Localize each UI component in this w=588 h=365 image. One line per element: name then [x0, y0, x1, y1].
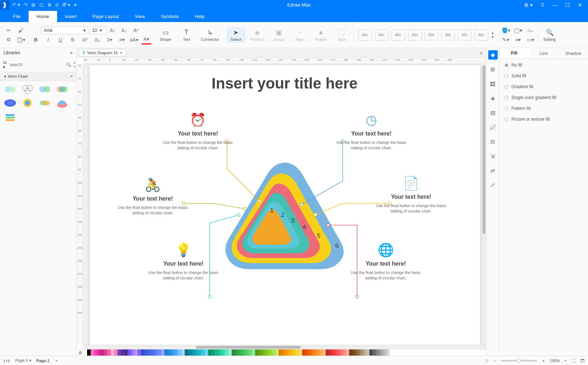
- page[interactable]: Insert your title here 1 2: [90, 65, 480, 345]
- venn-shape-1[interactable]: [2, 83, 18, 95]
- callout-3[interactable]: 💡 Your text here! Use the float button t…: [147, 242, 220, 281]
- color-swatch[interactable]: [306, 349, 309, 356]
- text-button[interactable]: TText: [177, 27, 196, 43]
- align-button[interactable]: ⫞Align: [291, 27, 309, 43]
- line-color-icon[interactable]: ✎▾: [501, 35, 511, 44]
- color-swatch[interactable]: [329, 349, 332, 356]
- italic-icon[interactable]: I: [43, 35, 53, 44]
- venn-shape-8[interactable]: [54, 97, 70, 109]
- line-spacing-icon[interactable]: ‡▾: [104, 35, 115, 44]
- quick-style-5[interactable]: Abc: [425, 30, 438, 40]
- color-swatch[interactable]: [138, 349, 141, 356]
- tab-page-layout[interactable]: Page Layout: [85, 11, 127, 22]
- add-page-icon[interactable]: ＋: [55, 358, 59, 363]
- styles-up-icon[interactable]: ▲: [491, 31, 494, 35]
- grid-tool-icon[interactable]: ⊞: [488, 65, 498, 74]
- page-title[interactable]: Insert your title here: [90, 65, 480, 92]
- superscript-icon[interactable]: X²: [80, 35, 90, 44]
- color-swatch[interactable]: [91, 349, 94, 356]
- tab-insert[interactable]: Insert: [57, 11, 85, 22]
- color-swatch[interactable]: [131, 349, 134, 356]
- position-button[interactable]: ◈Position: [248, 27, 267, 43]
- color-swatch[interactable]: [376, 349, 379, 356]
- callout-1[interactable]: ⏰ Your text here! Use the float button t…: [162, 112, 234, 151]
- color-swatch[interactable]: [346, 349, 349, 356]
- color-swatch[interactable]: [185, 349, 188, 356]
- quick-style-3[interactable]: Abc: [391, 30, 405, 40]
- venn-shape-3[interactable]: [37, 83, 53, 95]
- lib-down-icon[interactable]: ∨: [73, 65, 76, 68]
- zoom-in-icon[interactable]: +: [542, 358, 544, 363]
- quick-style-2[interactable]: Abc: [375, 30, 389, 40]
- color-swatch[interactable]: [379, 349, 383, 356]
- color-swatch[interactable]: [195, 349, 198, 356]
- radio-gradient-fill[interactable]: Gradient fill: [505, 84, 583, 89]
- bold-icon[interactable]: B: [31, 35, 41, 44]
- document-tab[interactable]: ⟫ Venn Diagram 15 ×: [79, 49, 126, 56]
- color-swatch[interactable]: [359, 349, 362, 356]
- library-category-label[interactable]: Venn Chart: [8, 74, 27, 78]
- quick-style-6[interactable]: Abc: [441, 30, 455, 40]
- close-tab-icon[interactable]: ×: [120, 51, 122, 55]
- color-swatch[interactable]: [356, 349, 359, 356]
- quick-style-1[interactable]: Abc: [358, 30, 372, 40]
- color-swatch[interactable]: [161, 349, 164, 356]
- color-swatch[interactable]: [272, 349, 275, 356]
- search-icon[interactable]: 🔍: [66, 62, 71, 67]
- radio-picture-fill[interactable]: Picture or texture fill: [505, 117, 583, 122]
- fullscreen-icon[interactable]: 🗖: [580, 358, 584, 363]
- quick-style-8[interactable]: Abc: [475, 30, 488, 40]
- color-swatch[interactable]: [154, 349, 158, 356]
- shape-button[interactable]: ▭Shape: [156, 27, 175, 43]
- quick-style-4[interactable]: Abc: [408, 30, 422, 40]
- fit-page-icon[interactable]: ⛶: [571, 358, 575, 363]
- callout-2[interactable]: 🚴 Your text here! Use the float button t…: [117, 177, 189, 216]
- tab-view[interactable]: View: [127, 11, 153, 22]
- color-swatch[interactable]: [326, 349, 329, 356]
- color-swatch[interactable]: [192, 349, 195, 356]
- group-button[interactable]: ▣Group: [270, 27, 288, 43]
- radio-single-gradient-fill[interactable]: Single color gradient fill: [505, 95, 583, 100]
- color-swatch[interactable]: [208, 349, 211, 356]
- color-swatch[interactable]: [205, 349, 208, 356]
- undo-icon[interactable]: ↶ ▾: [12, 2, 20, 8]
- minimize-icon[interactable]: —: [552, 2, 557, 8]
- color-swatch[interactable]: [87, 349, 90, 356]
- qat-more-icon[interactable]: ▾: [74, 2, 77, 8]
- editing-button[interactable]: 🔍Editing: [540, 27, 559, 43]
- venn-shape-5[interactable]: [2, 97, 18, 109]
- radio-no-fill[interactable]: No fill: [505, 63, 583, 68]
- panel-tab-line[interactable]: Line: [529, 48, 559, 59]
- color-swatch[interactable]: [215, 349, 218, 356]
- color-swatch[interactable]: [121, 349, 124, 356]
- select-button[interactable]: ➤Select: [227, 27, 245, 43]
- color-swatch[interactable]: [279, 349, 282, 356]
- color-swatch[interactable]: [235, 349, 238, 356]
- distribute-tool-icon[interactable]: ⇄: [488, 166, 498, 175]
- color-swatch[interactable]: [312, 349, 316, 356]
- redo-icon[interactable]: ↷: [24, 2, 28, 8]
- color-swatch[interactable]: [222, 349, 225, 356]
- font-size-select[interactable]: 10▾: [90, 26, 106, 34]
- copy-icon[interactable]: ⧉: [4, 35, 14, 44]
- color-swatch[interactable]: [117, 349, 121, 356]
- color-swatch[interactable]: [211, 349, 215, 356]
- panel-tab-shadow[interactable]: Shadow: [558, 48, 588, 59]
- styles-down-icon[interactable]: ▼: [491, 35, 494, 39]
- page-nav-icon[interactable]: ⫿▯⫿: [4, 358, 10, 363]
- bullets-icon[interactable]: ≡▾: [117, 35, 127, 44]
- color-swatch[interactable]: [262, 349, 265, 356]
- color-swatch[interactable]: [151, 349, 154, 356]
- font-family-select[interactable]: Arial▾: [41, 26, 88, 34]
- chart-tool-icon[interactable]: 📈: [488, 123, 498, 132]
- color-swatch[interactable]: [171, 349, 175, 356]
- underline-icon[interactable]: U: [55, 35, 65, 44]
- color-swatch[interactable]: [239, 349, 242, 356]
- color-swatch[interactable]: [292, 349, 295, 356]
- venn-shape-9[interactable]: [2, 111, 18, 123]
- search-input[interactable]: [9, 62, 64, 67]
- table-tool-icon[interactable]: ⊟: [488, 137, 498, 146]
- crop-icon[interactable]: ⟃▾: [525, 26, 536, 35]
- line-dash-icon[interactable]: ▭▾: [525, 35, 536, 44]
- library-category-icon[interactable]: 🗂▾: [3, 60, 7, 70]
